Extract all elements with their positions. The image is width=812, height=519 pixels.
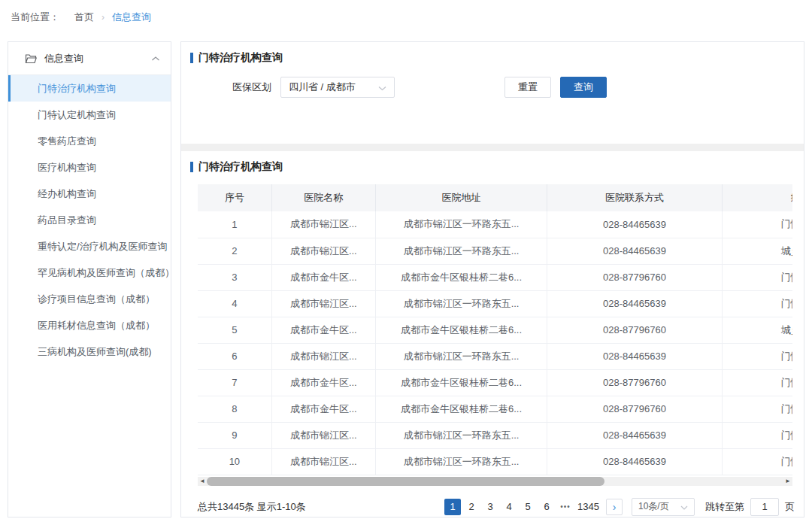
page-number-button[interactable]: 2: [463, 499, 480, 515]
table-row: 8成都市金牛区...成都市金牛区银桂桥二巷6...028-87796760门慢门…: [198, 396, 792, 422]
chevron-down-icon: [680, 502, 688, 512]
breadcrumb-current-link[interactable]: 信息查询: [112, 11, 151, 24]
query-section-title: 门特治疗机构查询: [181, 42, 804, 65]
sidebar-item[interactable]: 罕见病机构及医师查询（成都）: [8, 260, 171, 286]
page-number-button[interactable]: 5: [520, 499, 536, 515]
sidebar: 信息查询 门特治疗机构查询门特认定机构查询零售药店查询医疗机构查询经办机构查询药…: [8, 41, 171, 517]
page-number-button[interactable]: 1: [444, 499, 461, 515]
results-table: 序号医院名称医院地址医院联系方式病种名字起付标准 1成都市锦江区...成都市锦江…: [198, 184, 792, 475]
column-header: 病种名字: [722, 184, 792, 211]
table-cell: 门慢门特病种: [722, 448, 792, 475]
table-row: 7成都市金牛区...成都市金牛区银桂桥二巷6...028-87796760门慢门…: [198, 369, 792, 396]
table-cell: 028-84465639: [547, 422, 722, 448]
table-cell: 3: [198, 264, 271, 290]
table-cell: 4: [198, 290, 271, 317]
table-cell: 成都市金牛区银桂桥二巷6...: [375, 317, 547, 343]
sidebar-item[interactable]: 重特认定/治疗机构及医师查询: [8, 233, 171, 260]
table-cell: 8: [198, 396, 271, 422]
scrollbar-thumb[interactable]: [207, 477, 604, 486]
table-cell: 城乡居民两病: [722, 238, 792, 264]
table-cell: 028-84465639: [547, 448, 722, 475]
table-cell: 成都市锦江区...: [271, 343, 375, 369]
column-header: 序号: [198, 184, 271, 211]
table-cell: 028-84465639: [547, 343, 722, 369]
sidebar-item[interactable]: 药品目录查询: [8, 207, 171, 233]
page-number-button[interactable]: 3: [482, 499, 498, 515]
scrollbar-rail: [207, 477, 783, 486]
sidebar-item[interactable]: 医疗机构查询: [8, 154, 171, 181]
chevron-up-icon: [151, 56, 160, 62]
table-row: 10成都市锦江区...成都市锦江区一环路东五...028-84465639门慢门…: [198, 448, 792, 475]
region-select[interactable]: 四川省 / 成都市: [280, 77, 395, 98]
main-panel: 门特治疗机构查询 医保区划 四川省 / 成都市 重置 查询: [180, 41, 804, 517]
page-size-value: 10条/页: [638, 500, 669, 513]
sidebar-item[interactable]: 经办机构查询: [8, 181, 171, 207]
table-cell: 成都市锦江区一环路东五...: [375, 238, 547, 264]
query-form: 医保区划 四川省 / 成都市 重置 查询: [232, 77, 804, 98]
table-row: 6成都市锦江区...成都市锦江区一环路东五...028-84465639门慢门特…: [198, 343, 792, 369]
sidebar-item[interactable]: 诊疗项目信息查询（成都）: [8, 286, 171, 312]
table-cell: 门慢门特病种: [722, 343, 792, 369]
table-row: 3成都市金牛区...成都市金牛区银桂桥二巷6...028-87796760门慢门…: [198, 264, 792, 290]
table-cell: 成都市金牛区银桂桥二巷6...: [375, 396, 547, 422]
table-section-title-text: 门特治疗机构查询: [198, 160, 283, 174]
table-cell: 城乡居民两病: [722, 317, 792, 343]
title-accent-bar: [190, 162, 193, 172]
more-pages-button[interactable]: •••: [557, 499, 574, 515]
page-number-button[interactable]: 4: [501, 499, 517, 515]
sidebar-menu: 门特治疗机构查询门特认定机构查询零售药店查询医疗机构查询经办机构查询药品目录查询…: [8, 75, 171, 365]
page-number-button[interactable]: 6: [538, 499, 555, 515]
table-cell: 028-87796760: [547, 369, 722, 396]
reset-button[interactable]: 重置: [504, 77, 551, 98]
sidebar-item[interactable]: 医用耗材信息查询（成都）: [8, 312, 171, 338]
jump-to-page-input[interactable]: [750, 498, 779, 516]
sidebar-group-header[interactable]: 信息查询: [8, 42, 171, 75]
table-cell: 成都市锦江区一环路东五...: [375, 422, 547, 448]
chevron-down-icon: [378, 82, 386, 93]
next-page-button[interactable]: ›: [606, 499, 623, 515]
table-cell: 门慢门特病种: [722, 396, 792, 422]
table-row: 9成都市锦江区...成都市锦江区一环路东五...028-84465639门慢门特…: [198, 422, 792, 448]
pagination: 总共13445条 显示1-10条 123456•••1345 › 10条/页 跳…: [198, 498, 795, 516]
table-cell: 6: [198, 343, 271, 369]
search-button[interactable]: 查询: [560, 77, 607, 98]
jump-to-page-label: 跳转至第: [705, 500, 744, 514]
table-cell: 成都市金牛区...: [271, 264, 375, 290]
sidebar-item[interactable]: 零售药店查询: [8, 128, 171, 154]
title-accent-bar: [190, 53, 193, 63]
table-cell: 门慢门特病种: [722, 264, 792, 290]
table-cell: 成都市锦江区一环路东五...: [375, 290, 547, 317]
region-select-value: 四川省 / 成都市: [289, 80, 356, 94]
breadcrumb-label: 当前位置：: [11, 11, 59, 24]
table-cell: 028-87796760: [547, 396, 722, 422]
form-buttons: 重置 查询: [504, 77, 607, 98]
table-cell: 门慢门特病种: [722, 211, 792, 238]
table-cell: 5: [198, 317, 271, 343]
table-cell: 7: [198, 369, 271, 396]
page-number-list: 123456•••1345: [444, 499, 603, 515]
table-cell: 成都市锦江区一环路东五...: [375, 211, 547, 238]
table-cell: 10: [198, 448, 271, 475]
sidebar-item[interactable]: 门特认定机构查询: [8, 102, 171, 128]
table-row: 4成都市锦江区...成都市锦江区一环路东五...028-84465639门慢门特…: [198, 290, 792, 317]
table-header-row: 序号医院名称医院地址医院联系方式病种名字起付标准: [198, 184, 792, 211]
table-cell: 成都市锦江区...: [271, 238, 375, 264]
table-cell: 028-84465639: [547, 211, 722, 238]
table-cell: 成都市金牛区银桂桥二巷6...: [375, 369, 547, 396]
sidebar-item[interactable]: 三病机构及医师查询(成都): [8, 338, 171, 365]
breadcrumb-separator-icon: ›: [102, 12, 105, 23]
page-size-select[interactable]: 10条/页: [632, 498, 695, 516]
query-section-title-text: 门特治疗机构查询: [198, 51, 283, 65]
region-label: 医保区划: [232, 80, 271, 94]
table-cell: 2: [198, 238, 271, 264]
scroll-left-icon[interactable]: ◄: [198, 477, 207, 486]
sidebar-item[interactable]: 门特治疗机构查询: [8, 75, 171, 102]
breadcrumb-home-link[interactable]: 首页: [74, 11, 94, 24]
column-header: 医院名称: [271, 184, 375, 211]
table-cell: 028-87796760: [547, 317, 722, 343]
page-number-button[interactable]: 1345: [576, 499, 601, 515]
table-cell: 9: [198, 422, 271, 448]
scroll-right-icon[interactable]: ►: [783, 477, 792, 486]
table-cell: 成都市金牛区...: [271, 369, 375, 396]
table-cell: 028-87796760: [547, 264, 722, 290]
